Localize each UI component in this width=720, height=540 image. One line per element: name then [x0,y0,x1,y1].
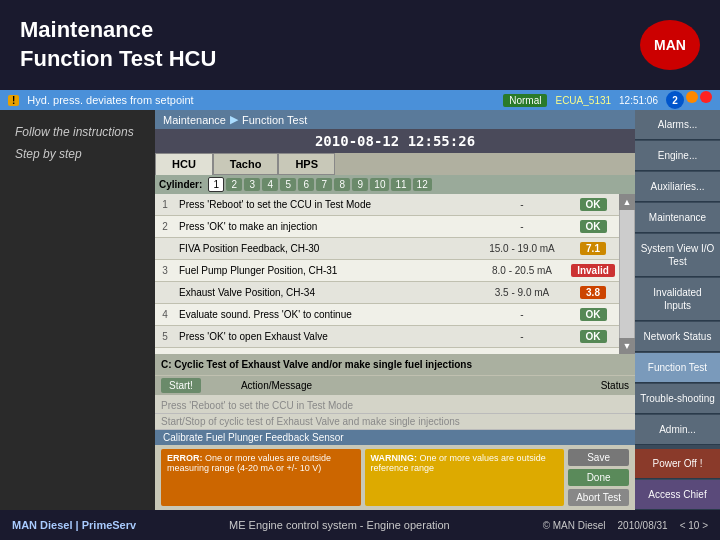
footer-right: © MAN Diesel 2010/08/31 < 10 > [543,520,708,531]
datetime-display: 2010-08-12 12:55:26 [315,133,475,149]
cyl-10[interactable]: 10 [370,178,389,191]
btn-function-test[interactable]: Function Test [635,353,720,383]
row-desc: Press 'OK' to make an injection [175,219,477,234]
action-desc-1: Press 'Reboot' to set the CCU in Test Mo… [161,400,353,411]
btn-network[interactable]: Network Status [635,322,720,352]
error-warning-row: ERROR: One or more values are outside me… [155,445,635,510]
ecu-label: ECUA_5131 [555,95,611,106]
row-range: 15.0 - 19.0 mA [477,243,567,254]
row-range: - [477,309,567,320]
row-num: 3 [155,265,175,276]
row-desc: FIVA Position Feedback, CH-30 [175,241,477,256]
alert-bar: ! Hyd. press. deviates from setpoint Nor… [0,90,720,110]
action-col-label: Action/Message [241,380,312,391]
scroll-down[interactable]: ▼ [619,338,635,354]
row-desc: Evaluate sound. Press 'OK' to continue [175,307,477,322]
man-logo: MAN [640,20,700,70]
cyl-1[interactable]: 1 [208,177,224,192]
footer-logo: MAN Diesel | PrimeServ [12,519,136,531]
breadcrumb-function-test: Function Test [242,114,307,126]
table-row: Exhaust Valve Position, CH-343.5 - 9.0 m… [155,282,619,304]
tab-tacho[interactable]: Tacho [213,153,279,175]
status-col-label: Status [601,380,629,391]
action-row-1: Press 'Reboot' to set the CCU in Test Mo… [155,398,635,414]
btn-admin[interactable]: Admin... [635,415,720,445]
status-badge: OK [580,198,607,211]
row-range: - [477,199,567,210]
btn-engine[interactable]: Engine... [635,141,720,171]
scroll-up[interactable]: ▲ [619,194,635,210]
header: Maintenance Function Test HCU MAN [0,0,720,90]
status-badge: OK [580,220,607,233]
row-status: OK [567,218,619,235]
cyl-2[interactable]: 2 [226,178,242,191]
table-row: 5Press 'OK' to open Exhaust Valve-OK [155,326,619,348]
cyl-3[interactable]: 3 [244,178,260,191]
cylinder-row: Cylinder: 1 2 3 4 5 6 7 8 9 10 11 12 [155,175,635,194]
breadcrumb-arrow: ▶ [230,113,238,126]
btn-trouble[interactable]: Trouble-shooting [635,384,720,414]
tab-hps[interactable]: HPS [278,153,335,175]
cyl-9[interactable]: 9 [352,178,368,191]
save-button[interactable]: Save [568,449,629,466]
abort-button[interactable]: Abort Test [568,489,629,506]
alert-dots: 2 [666,91,712,109]
tabs-row: HCU Tacho HPS [155,153,635,175]
action-row-2: Start/Stop of cyclic test of Exhaust Val… [155,414,635,430]
cyl-4[interactable]: 4 [262,178,278,191]
btn-alarms[interactable]: Alarms... [635,110,720,140]
btn-auxiliaries[interactable]: Auxiliaries... [635,172,720,202]
row-status: Invalid [567,262,619,279]
alert-message: Hyd. press. deviates from setpoint [27,94,193,106]
cyl-6[interactable]: 6 [298,178,314,191]
action-buttons: Save Done Abort Test [568,449,629,506]
cyl-11[interactable]: 11 [391,178,410,191]
row-num: 5 [155,331,175,342]
footer-date: 2010/08/31 [618,520,668,531]
scroll-track[interactable] [620,210,634,338]
cylinder-label: Cylinder: [159,179,202,190]
left-sidebar: Follow the instructions Step by step [0,110,155,510]
footer-center: ME Engine control system - Engine operat… [229,519,450,531]
row-num: 2 [155,221,175,232]
status-badge: 7.1 [580,242,606,255]
btn-maintenance[interactable]: Maintenance [635,203,720,233]
action-desc-2: Start/Stop of cyclic test of Exhaust Val… [161,416,460,427]
breadcrumb: Maintenance ▶ Function Test [155,110,635,129]
btn-power-off[interactable]: Power Off ! [635,449,720,479]
calibrate-bar: Calibrate Fuel Plunger Feedback Sensor [155,430,635,445]
row-status: OK [567,328,619,345]
alert-exclaim: ! [8,95,19,106]
start-button[interactable]: Start! [161,378,201,393]
cyl-8[interactable]: 8 [334,178,350,191]
tab-hcu[interactable]: HCU [155,153,213,175]
row-num: 1 [155,199,175,210]
btn-invalidated[interactable]: Invalidated Inputs [635,278,720,321]
scrollbar[interactable]: ▲ ▼ [619,194,635,354]
right-sidebar: Alarms... Engine... Auxiliaries... Maint… [635,110,720,510]
row-num: 4 [155,309,175,320]
cyl-7[interactable]: 7 [316,178,332,191]
row-desc: Exhaust Valve Position, CH-34 [175,285,477,300]
page-title: Maintenance Function Test HCU [20,16,216,73]
row-status: 7.1 [567,240,619,257]
row-desc: Press 'OK' to open Exhaust Valve [175,329,477,344]
calibrate-label: Calibrate Fuel Plunger Feedback Sensor [163,432,344,443]
alert-time: 12:51:06 [619,95,658,106]
breadcrumb-maintenance: Maintenance [163,114,226,126]
main-area: Follow the instructions Step by step Mai… [0,110,720,510]
dot-orange [686,91,698,103]
table-row: FIVA Position Feedback, CH-3015.0 - 19.0… [155,238,619,260]
section-header: C: Cyclic Test of Exhaust Valve and/or m… [155,354,635,376]
status-badge: OK [580,330,607,343]
done-button[interactable]: Done [568,469,629,486]
row-desc: Press 'Reboot' to set the CCU in Test Mo… [175,197,477,212]
row-range: 3.5 - 9.0 mA [477,287,567,298]
dot-num: 2 [666,91,684,109]
cyl-5[interactable]: 5 [280,178,296,191]
row-status: OK [567,196,619,213]
cyl-12[interactable]: 12 [413,178,432,191]
footer-copyright: © MAN Diesel [543,520,606,531]
btn-access-chief[interactable]: Access Chief [635,480,720,510]
btn-system-view[interactable]: System View I/O Test [635,234,720,277]
